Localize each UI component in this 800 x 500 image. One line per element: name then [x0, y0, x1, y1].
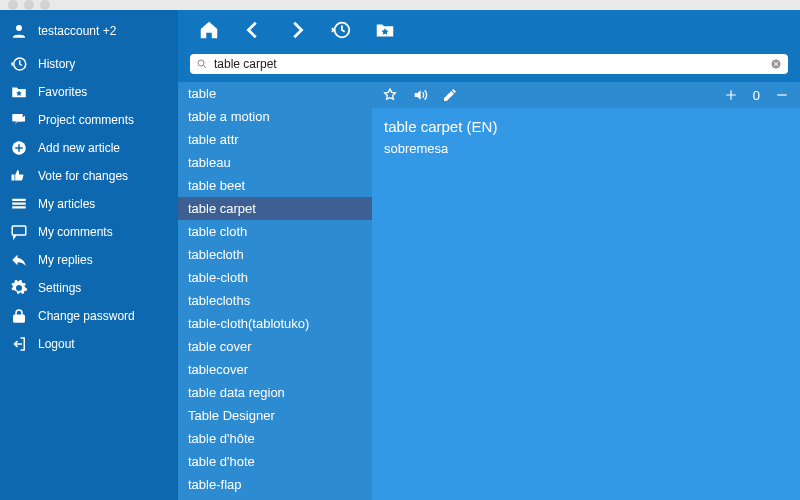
sidebar-item-my-replies[interactable]: My replies	[0, 246, 178, 274]
result-item[interactable]: table cover	[178, 335, 372, 358]
sidebar-item-label: My comments	[38, 225, 113, 239]
sidebar-item-label: Logout	[38, 337, 75, 351]
sidebar-item-history[interactable]: History	[0, 50, 178, 78]
sidebar-item-label: Favorites	[38, 85, 87, 99]
result-item[interactable]: table d'hôte	[178, 427, 372, 450]
result-item[interactable]: tableau	[178, 151, 372, 174]
sidebar-item-favorites[interactable]: Favorites	[0, 78, 178, 106]
svg-rect-4	[12, 199, 26, 201]
traffic-close[interactable]	[8, 0, 18, 10]
logout-icon	[10, 335, 28, 353]
svg-rect-7	[12, 226, 26, 235]
user-label: testaccount +2	[38, 24, 116, 38]
sidebar: testaccount +2 History Favorites Project…	[0, 10, 178, 500]
list-icon	[10, 195, 28, 213]
result-item[interactable]: table	[178, 82, 372, 105]
result-item[interactable]: tablecloths	[178, 289, 372, 312]
sidebar-item-label: Change password	[38, 309, 135, 323]
svg-point-10	[198, 60, 204, 66]
sidebar-item-label: Project comments	[38, 113, 134, 127]
result-item[interactable]: table d'hote	[178, 450, 372, 473]
results-list[interactable]: tabletable a motiontable attrtableautabl…	[178, 82, 372, 500]
lock-icon	[10, 307, 28, 325]
star-folder-icon	[10, 83, 28, 101]
traffic-minimize[interactable]	[24, 0, 34, 10]
edit-pencil-icon[interactable]	[442, 87, 458, 103]
svg-point-0	[16, 25, 22, 31]
result-item[interactable]: Table Designer	[178, 404, 372, 427]
result-item[interactable]: table cloth	[178, 220, 372, 243]
user-icon	[10, 22, 28, 40]
history-icon	[10, 55, 28, 73]
sidebar-item-add-article[interactable]: Add new article	[0, 134, 178, 162]
favorite-star-icon[interactable]	[382, 87, 398, 103]
result-item[interactable]: table a motion	[178, 105, 372, 128]
sidebar-item-my-articles[interactable]: My articles	[0, 190, 178, 218]
vote-count: 0	[753, 88, 760, 103]
gear-icon	[10, 279, 28, 297]
window-titlebar	[0, 0, 800, 10]
plus-icon[interactable]	[723, 87, 739, 103]
sidebar-item-settings[interactable]: Settings	[0, 274, 178, 302]
comment-icon	[10, 223, 28, 241]
back-icon[interactable]	[242, 19, 264, 41]
traffic-maximize[interactable]	[40, 0, 50, 10]
detail-toolbar: 0	[372, 82, 800, 108]
sound-icon[interactable]	[412, 87, 428, 103]
detail-panel: 0 table carpet (EN) sobremesa	[372, 82, 800, 500]
sidebar-item-label: My replies	[38, 253, 93, 267]
svg-rect-6	[12, 206, 26, 208]
favorites-top-icon[interactable]	[374, 19, 396, 41]
thumbs-icon	[10, 167, 28, 185]
reply-icon	[10, 251, 28, 269]
search-box[interactable]	[190, 54, 788, 74]
result-item[interactable]: table-cloth	[178, 266, 372, 289]
result-item[interactable]: tablecover	[178, 358, 372, 381]
sidebar-item-my-comments[interactable]: My comments	[0, 218, 178, 246]
result-item[interactable]: table beet	[178, 174, 372, 197]
sidebar-item-project-comments[interactable]: Project comments	[0, 106, 178, 134]
sidebar-item-label: Vote for changes	[38, 169, 128, 183]
detail-translation: sobremesa	[384, 141, 788, 156]
sidebar-item-label: Add new article	[38, 141, 120, 155]
svg-rect-5	[12, 203, 26, 205]
sidebar-user[interactable]: testaccount +2	[0, 18, 178, 50]
search-input[interactable]	[214, 57, 764, 71]
top-toolbar	[178, 10, 800, 50]
result-item[interactable]: table data region	[178, 381, 372, 404]
sidebar-item-change-password[interactable]: Change password	[0, 302, 178, 330]
result-item[interactable]: table football	[178, 496, 372, 500]
detail-title: table carpet (EN)	[384, 118, 788, 135]
result-item[interactable]: table attr	[178, 128, 372, 151]
home-icon[interactable]	[198, 19, 220, 41]
minus-icon[interactable]	[774, 87, 790, 103]
sidebar-item-logout[interactable]: Logout	[0, 330, 178, 358]
sidebar-item-label: Settings	[38, 281, 81, 295]
svg-rect-8	[14, 315, 25, 322]
result-item[interactable]: tablecloth	[178, 243, 372, 266]
plus-circle-icon	[10, 139, 28, 157]
comments-icon	[10, 111, 28, 129]
sidebar-item-label: My articles	[38, 197, 95, 211]
clear-icon[interactable]	[770, 58, 782, 70]
sidebar-item-vote[interactable]: Vote for changes	[0, 162, 178, 190]
result-item[interactable]: table carpet	[178, 197, 372, 220]
search-icon	[196, 58, 208, 70]
result-item[interactable]: table-cloth(tablotuko)	[178, 312, 372, 335]
forward-icon[interactable]	[286, 19, 308, 41]
sidebar-item-label: History	[38, 57, 75, 71]
result-item[interactable]: table-flap	[178, 473, 372, 496]
history-top-icon[interactable]	[330, 19, 352, 41]
